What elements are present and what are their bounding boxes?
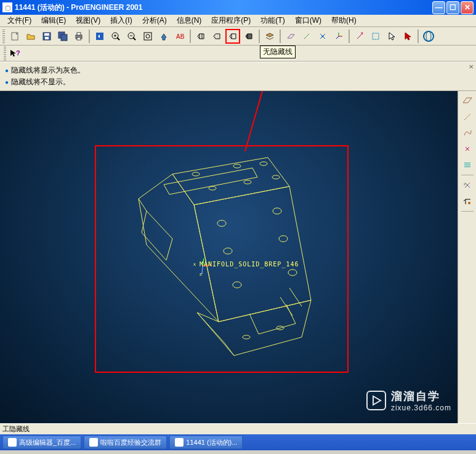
layers-button[interactable] bbox=[262, 29, 277, 44]
svg-point-43 bbox=[273, 208, 281, 214]
zoom-fit-button[interactable] bbox=[140, 29, 155, 44]
taskbar: 高级编辑器_百度... 啦啦百度经验交流群 11441 (活动的)... bbox=[0, 434, 476, 450]
svg-rect-3 bbox=[45, 37, 49, 39]
whats-this-button[interactable]: ? bbox=[7, 46, 22, 61]
svg-point-39 bbox=[209, 186, 216, 190]
datum-plane-button[interactable] bbox=[283, 29, 298, 44]
datum-axis-button[interactable] bbox=[299, 29, 314, 44]
menu-file[interactable]: 文件(F) bbox=[2, 14, 36, 27]
side-point-button[interactable] bbox=[460, 141, 475, 156]
zoom-in-button[interactable] bbox=[108, 29, 123, 44]
menu-insert[interactable]: 插入(I) bbox=[105, 14, 137, 27]
titlebar-text: 11441 (活动的) - Pro/ENGINEER 2001 bbox=[15, 2, 432, 13]
svg-point-38 bbox=[260, 162, 267, 165]
svg-text:z: z bbox=[200, 271, 202, 276]
regen-button[interactable] bbox=[92, 29, 107, 44]
task-label-2: 啦啦百度经验交流群 bbox=[100, 438, 161, 447]
message-line-1: ● 隐藏线将显示为灰色。 bbox=[5, 65, 471, 76]
cursor-button[interactable] bbox=[384, 29, 399, 44]
task-label-1: 高级编辑器_百度... bbox=[19, 438, 76, 447]
model-wireframe bbox=[105, 153, 339, 362]
svg-rect-8 bbox=[77, 38, 81, 40]
side-toolbar: x bbox=[458, 91, 476, 423]
orient-button[interactable] bbox=[156, 29, 171, 44]
message-text-1: 隐藏线将显示为灰色。 bbox=[11, 65, 85, 76]
app-icon: ▢ bbox=[2, 2, 12, 12]
menu-window[interactable]: 窗口(W) bbox=[290, 14, 326, 27]
datum-csys-button[interactable] bbox=[331, 29, 346, 44]
side-csys-button[interactable] bbox=[460, 157, 475, 172]
wireframe-button[interactable] bbox=[193, 29, 208, 44]
select-filter-button[interactable] bbox=[368, 29, 383, 44]
watermark: 溜溜自学 zixue.3d66.com bbox=[366, 389, 451, 412]
bullet-icon: ● bbox=[5, 67, 9, 74]
no-hidden-line-button[interactable] bbox=[225, 29, 240, 44]
select-arrow-button[interactable] bbox=[352, 29, 367, 44]
zoom-out-button[interactable] bbox=[124, 29, 139, 44]
hidden-line-button[interactable] bbox=[209, 29, 224, 44]
menu-function[interactable]: 功能(T) bbox=[256, 14, 289, 27]
toolbar-grip[interactable] bbox=[2, 30, 5, 43]
menu-help[interactable]: 帮助(H) bbox=[326, 14, 361, 27]
bullet-icon: ● bbox=[5, 79, 9, 86]
status-bar: 工隐藏线 bbox=[0, 423, 476, 434]
help-icon-button[interactable] bbox=[421, 29, 436, 44]
svg-rect-28 bbox=[373, 33, 379, 39]
svg-point-36 bbox=[192, 172, 200, 176]
task-icon bbox=[89, 438, 98, 447]
minimize-button[interactable]: — bbox=[432, 1, 445, 14]
save-button[interactable] bbox=[39, 29, 54, 44]
taskbar-item-3[interactable]: 11441 (活动的)... bbox=[169, 436, 243, 449]
task-icon bbox=[175, 438, 184, 447]
side-sketch-button[interactable]: x bbox=[460, 178, 475, 193]
svg-point-45 bbox=[279, 236, 288, 242]
svg-text:x: x bbox=[464, 182, 466, 186]
open-file-button[interactable] bbox=[23, 29, 38, 44]
menubar: 文件(F) 编辑(E) 视图(V) 插入(I) 分析(A) 信息(N) 应用程序… bbox=[0, 15, 476, 27]
svg-line-27 bbox=[357, 34, 362, 39]
side-plane-button[interactable] bbox=[460, 94, 475, 108]
svg-point-42 bbox=[217, 220, 226, 226]
side-curve-button[interactable] bbox=[460, 125, 475, 140]
toolbar-grip-2[interactable] bbox=[4, 47, 6, 60]
svg-text:?: ? bbox=[16, 49, 20, 57]
datum-point-button[interactable] bbox=[315, 29, 330, 44]
watermark-url: zixue.3d66.com bbox=[391, 404, 451, 412]
svg-point-40 bbox=[244, 180, 251, 184]
side-axis-button[interactable] bbox=[460, 110, 475, 124]
window-controls: — ☐ ✕ bbox=[432, 1, 474, 14]
svg-text:x: x bbox=[193, 261, 196, 267]
taskbar-item-1[interactable]: 高级编辑器_百度... bbox=[2, 436, 81, 449]
svg-line-57 bbox=[464, 114, 470, 120]
query-button[interactable] bbox=[400, 29, 415, 44]
menu-info[interactable]: 信息(N) bbox=[172, 14, 207, 27]
watermark-play-icon bbox=[366, 391, 386, 410]
message-line-2: ● 隐藏线将不显示。 bbox=[5, 76, 471, 88]
menu-application[interactable]: 应用程序(P) bbox=[206, 14, 256, 27]
taskbar-item-2[interactable]: 啦啦百度经验交流群 bbox=[84, 436, 167, 449]
task-label-3: 11441 (活动的)... bbox=[186, 438, 237, 447]
message-panel: ● 隐藏线将显示为灰色。 ● 隐藏线将不显示。 ✕ bbox=[0, 62, 476, 91]
close-button[interactable]: ✕ bbox=[461, 1, 474, 14]
menu-edit[interactable]: 编辑(E) bbox=[36, 14, 71, 27]
svg-point-46 bbox=[233, 282, 241, 288]
view-button[interactable]: AB bbox=[172, 29, 187, 44]
main-area: x z MANIFOLD_SOLID_BREP_146 溜溜自学 zixue.3… bbox=[0, 91, 476, 423]
annotation-arrow bbox=[244, 91, 281, 151]
message-close-icon[interactable]: ✕ bbox=[469, 63, 474, 70]
maximize-button[interactable]: ☐ bbox=[446, 1, 459, 14]
secondary-toolbar: ? bbox=[0, 46, 476, 62]
model-label: MANIFOLD_SOLID_BREP_146 bbox=[200, 261, 299, 268]
menu-analysis[interactable]: 分析(A) bbox=[137, 14, 172, 27]
viewport[interactable]: x z MANIFOLD_SOLID_BREP_146 溜溜自学 zixue.3… bbox=[0, 91, 458, 423]
side-coord-button[interactable] bbox=[460, 194, 475, 209]
svg-text:AB: AB bbox=[176, 33, 185, 40]
svg-point-48 bbox=[243, 335, 250, 339]
menu-view[interactable]: 视图(V) bbox=[71, 14, 105, 27]
new-file-button[interactable] bbox=[7, 29, 22, 44]
shaded-button[interactable] bbox=[241, 29, 256, 44]
save-copy-button[interactable] bbox=[55, 29, 70, 44]
svg-line-32 bbox=[245, 91, 275, 151]
svg-rect-2 bbox=[44, 33, 49, 36]
print-button[interactable] bbox=[71, 29, 86, 44]
